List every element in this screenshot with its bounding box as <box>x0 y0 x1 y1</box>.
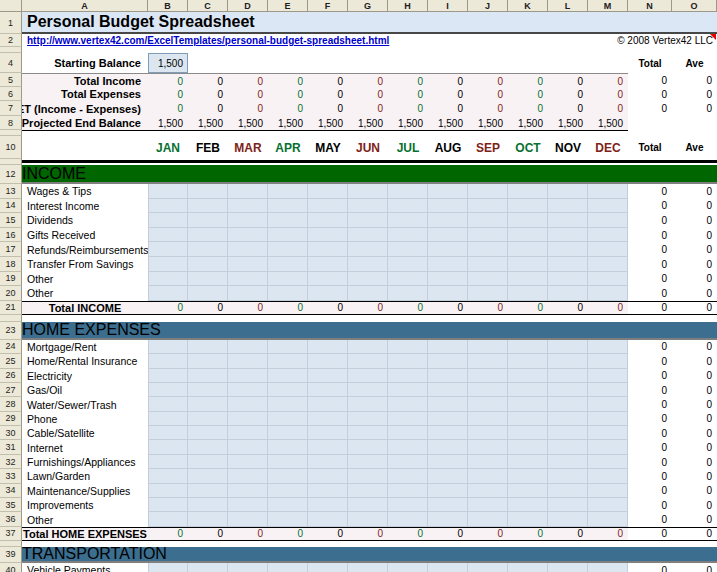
cell-C31[interactable] <box>188 440 228 454</box>
cell-O32[interactable]: 0 <box>672 455 717 469</box>
cell-M20[interactable] <box>588 286 628 301</box>
cell-C28[interactable] <box>188 397 228 411</box>
cell-B31[interactable] <box>148 440 188 454</box>
cell-B35[interactable] <box>148 498 188 512</box>
cell-I17[interactable] <box>428 242 468 257</box>
row-number-20[interactable]: 20 <box>0 286 22 301</box>
cell-H35[interactable] <box>388 498 428 512</box>
month-header-MAR[interactable]: MAR <box>228 136 268 159</box>
row-number-30[interactable]: 30 <box>0 426 22 440</box>
cell-N31[interactable]: 0 <box>628 440 672 454</box>
cell-F33[interactable] <box>308 469 348 483</box>
cell-F36[interactable] <box>308 512 348 526</box>
cell-O6[interactable]: 0 <box>672 87 717 101</box>
cell-K7[interactable]: 0 <box>508 101 548 116</box>
cell-I6[interactable]: 0 <box>428 87 468 101</box>
cell-C35[interactable] <box>188 498 228 512</box>
cell-O8[interactable] <box>672 116 717 130</box>
cell-G24[interactable] <box>348 340 388 354</box>
cell-I27[interactable] <box>428 383 468 397</box>
row-number-13[interactable]: 13 <box>0 184 22 199</box>
cell-H14[interactable] <box>388 199 428 214</box>
cell-I21[interactable]: 0 <box>428 302 468 314</box>
cell-B24[interactable] <box>148 340 188 354</box>
cell-M34[interactable] <box>588 484 628 498</box>
cell-B7[interactable]: 0 <box>148 101 188 116</box>
cell-N18[interactable]: 0 <box>628 257 672 272</box>
cell-F40[interactable] <box>308 563 348 572</box>
cell-K37[interactable]: 0 <box>508 528 548 540</box>
cell-L26[interactable] <box>548 369 588 383</box>
row-number-14[interactable]: 14 <box>0 199 22 214</box>
cell-I19[interactable] <box>428 272 468 287</box>
cell-B26[interactable] <box>148 369 188 383</box>
cell-F8[interactable]: 1,500 <box>308 116 348 130</box>
cell-M31[interactable] <box>588 440 628 454</box>
cell-H21[interactable]: 0 <box>388 302 428 314</box>
cell-D27[interactable] <box>228 383 268 397</box>
cell-C15[interactable] <box>188 213 228 228</box>
cell-J14[interactable] <box>468 199 508 214</box>
cell-H34[interactable] <box>388 484 428 498</box>
cell-I20[interactable] <box>428 286 468 301</box>
month-header-NOV[interactable]: NOV <box>548 136 588 159</box>
cell-G8[interactable]: 1,500 <box>348 116 388 130</box>
cell-O31[interactable]: 0 <box>672 440 717 454</box>
cell-M5[interactable]: 0 <box>588 74 628 88</box>
cell-N35[interactable]: 0 <box>628 498 672 512</box>
cell-L7[interactable]: 0 <box>548 101 588 116</box>
cell-L34[interactable] <box>548 484 588 498</box>
cell-F17[interactable] <box>308 242 348 257</box>
cell-C21[interactable]: 0 <box>188 302 228 314</box>
cell-E25[interactable] <box>268 354 308 368</box>
cell-O34[interactable]: 0 <box>672 484 717 498</box>
cell-M28[interactable] <box>588 397 628 411</box>
item-label-27[interactable]: Gas/Oil <box>22 383 148 397</box>
cell-D16[interactable] <box>228 228 268 243</box>
cell-G21[interactable]: 0 <box>348 302 388 314</box>
cell-K28[interactable] <box>508 397 548 411</box>
cell-D20[interactable] <box>228 286 268 301</box>
cell-N29[interactable]: 0 <box>628 412 672 426</box>
cell-E29[interactable] <box>268 412 308 426</box>
cell-H19[interactable] <box>388 272 428 287</box>
cell-L31[interactable] <box>548 440 588 454</box>
item-label-25[interactable]: Home/Rental Insurance <box>22 354 148 368</box>
cell-C33[interactable] <box>188 469 228 483</box>
cell-N30[interactable]: 0 <box>628 426 672 440</box>
cell-H7[interactable]: 0 <box>388 101 428 116</box>
cell-F15[interactable] <box>308 213 348 228</box>
row-number-23[interactable]: 23 <box>0 322 22 340</box>
item-label-16[interactable]: Gifts Received <box>22 228 148 243</box>
cell-J21[interactable]: 0 <box>468 302 508 314</box>
cell-H31[interactable] <box>388 440 428 454</box>
cell-I13[interactable] <box>428 184 468 199</box>
cell-I28[interactable] <box>428 397 468 411</box>
cell-C36[interactable] <box>188 512 228 526</box>
cell-J33[interactable] <box>468 469 508 483</box>
cell-B19[interactable] <box>148 272 188 287</box>
cell-K20[interactable] <box>508 286 548 301</box>
cell-H16[interactable] <box>388 228 428 243</box>
cell-N5[interactable]: 0 <box>628 73 672 87</box>
column-header-G[interactable]: G <box>348 0 388 12</box>
cell-K36[interactable] <box>508 512 548 526</box>
row-number-1[interactable]: 1 <box>0 12 22 34</box>
row-number-21[interactable]: 21 <box>0 301 22 315</box>
cell-B5[interactable]: 0 <box>148 74 188 88</box>
cell-H36[interactable] <box>388 512 428 526</box>
cell-F21[interactable]: 0 <box>308 302 348 314</box>
cell-E8[interactable]: 1,500 <box>268 116 308 130</box>
cell-G7[interactable]: 0 <box>348 101 388 116</box>
row-number-34[interactable]: 34 <box>0 484 22 498</box>
cell-M25[interactable] <box>588 354 628 368</box>
cell-L30[interactable] <box>548 426 588 440</box>
row-number-37[interactable]: 37 <box>0 527 22 541</box>
cell-N27[interactable]: 0 <box>628 383 672 397</box>
cell-D25[interactable] <box>228 354 268 368</box>
cell-C30[interactable] <box>188 426 228 440</box>
row-number-24[interactable]: 24 <box>0 340 22 354</box>
cell-D8[interactable]: 1,500 <box>228 116 268 130</box>
cell-D37[interactable]: 0 <box>228 528 268 540</box>
item-label-34[interactable]: Maintenance/Supplies <box>22 484 148 498</box>
